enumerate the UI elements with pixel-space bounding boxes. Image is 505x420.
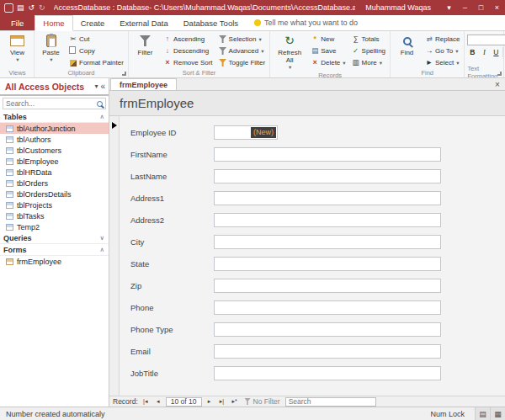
go-to-label: Go To	[435, 47, 453, 55]
view-button[interactable]: View ▾	[3, 33, 31, 64]
nav-menu-chevron-icon[interactable]: ▾	[94, 82, 98, 90]
bold-button[interactable]: B	[467, 47, 477, 57]
nav-section-queries[interactable]: Queries ∨	[0, 232, 109, 244]
remove-sort-button[interactable]: ×Remove Sort	[162, 57, 215, 68]
filter-icon	[245, 398, 251, 405]
delete-record-button[interactable]: ×Delete▾	[309, 57, 347, 68]
tab-file[interactable]: File	[0, 15, 35, 30]
filter-button[interactable]: Filter	[131, 33, 159, 57]
nav-item-tblCustomers[interactable]: tblCustomers	[0, 145, 109, 156]
font-name-combo[interactable]: ▾	[467, 35, 505, 45]
next-record-button[interactable]: ▸	[205, 397, 215, 407]
redo-icon[interactable]: ↻	[39, 4, 45, 12]
text-formatting-dialog-launcher[interactable]	[497, 72, 502, 76]
advanced-button[interactable]: Advanced▾	[217, 45, 268, 56]
filter-status[interactable]: No Filter	[245, 397, 280, 406]
nav-item-tblTasks[interactable]: tblTasks	[0, 210, 109, 221]
last-record-button[interactable]: ▸|	[217, 397, 227, 407]
firstname-input[interactable]	[214, 147, 441, 162]
spelling-button[interactable]: ✓Spelling	[350, 45, 387, 56]
nav-item-label: tblAuthorJunction	[17, 125, 76, 133]
form-field-row: Phone Type	[120, 318, 505, 340]
toggle-filter-button[interactable]: Toggle Filter	[217, 57, 268, 68]
record-search-input[interactable]	[285, 397, 376, 407]
maximize-button[interactable]: □	[473, 0, 489, 15]
nav-item-tblOrdersDetails[interactable]: tblOrdersDetails	[0, 189, 109, 199]
zip-input[interactable]	[214, 279, 441, 293]
navigation-pane-header: All Access Objects ▾ «	[0, 78, 109, 96]
table-icon	[6, 147, 13, 154]
nav-section-forms[interactable]: Forms ∧	[0, 244, 109, 256]
save-record-button[interactable]: ▤Save	[309, 45, 347, 56]
city-input[interactable]	[214, 235, 441, 249]
table-icon	[6, 158, 13, 165]
more-label: More	[362, 59, 377, 66]
nav-item-tblProjects[interactable]: tblProjects	[0, 199, 109, 210]
find-button[interactable]: Find	[393, 33, 421, 57]
lastname-input[interactable]	[214, 169, 441, 183]
nav-item-frmEmployee[interactable]: frmEmployee	[0, 256, 109, 267]
tell-me-box[interactable]: Tell me what you want to do	[254, 15, 358, 30]
chevron-down-icon: ▾	[456, 60, 459, 66]
clipboard-dialog-launcher[interactable]	[122, 72, 126, 76]
replace-button[interactable]: ⇄Replace	[423, 34, 461, 45]
minimize-button[interactable]: –	[457, 0, 473, 15]
nav-item-tblHRData[interactable]: tblHRData	[0, 167, 109, 178]
form-field-row: JobTitle	[120, 362, 505, 384]
previous-record-button[interactable]: ◂	[153, 397, 163, 407]
close-button[interactable]: ×	[489, 0, 505, 15]
nav-item-Temp2[interactable]: Temp2	[0, 221, 109, 232]
form-field-row: Address1	[120, 187, 505, 209]
document-tab-frmEmployee[interactable]: frmEmployee	[110, 78, 177, 90]
new-record-button[interactable]: *New	[309, 34, 347, 45]
nav-item-tblAuthors[interactable]: tblAuthors	[0, 134, 109, 145]
save-icon[interactable]: ▤	[17, 4, 24, 12]
address1-input[interactable]	[214, 191, 441, 205]
tab-home[interactable]: Home	[35, 15, 72, 31]
undo-icon[interactable]: ↺	[29, 4, 35, 12]
first-record-button[interactable]: |◂	[141, 397, 151, 407]
nav-item-tblAuthorJunction[interactable]: tblAuthorJunction	[0, 123, 109, 134]
jobtitle-input[interactable]	[214, 366, 441, 380]
collapse-pane-button[interactable]: «	[100, 82, 105, 91]
paste-button[interactable]: Paste ▾	[37, 33, 65, 64]
phone-input[interactable]	[214, 300, 441, 315]
nav-item-tblOrders[interactable]: tblOrders	[0, 178, 109, 189]
ascending-button[interactable]: ↑Ascending	[162, 34, 215, 45]
selection-button[interactable]: Selection▾	[217, 34, 268, 45]
format-painter-button[interactable]: Format Painter	[67, 57, 125, 68]
more-button[interactable]: ▥More▾	[350, 57, 387, 68]
filter-label: Filter	[138, 49, 153, 56]
descending-button[interactable]: ↓Descending	[162, 45, 215, 56]
form-view-button[interactable]: ▤	[475, 407, 490, 420]
selection-label: Selection	[229, 35, 257, 43]
state-input[interactable]	[214, 257, 441, 271]
record-selector-bar[interactable]	[109, 116, 120, 396]
italic-button[interactable]: I	[479, 47, 489, 57]
navigation-pane: All Access Objects ▾ « Tables ∧ tblAutho…	[0, 78, 109, 407]
design-view-button[interactable]: ▦	[490, 407, 505, 420]
refresh-all-button[interactable]: ↻ Refresh All ▾	[273, 33, 306, 72]
cut-button[interactable]: ✂Cut	[67, 34, 125, 45]
address2-input[interactable]	[214, 213, 441, 227]
employee-id-input[interactable]: (New)	[214, 125, 278, 140]
nav-item-tblEmployee[interactable]: tblEmployee	[0, 156, 109, 167]
totals-button[interactable]: ∑Totals	[350, 34, 387, 45]
ribbon-group-records: ↻ Refresh All ▾ *New ▤Save ×Delete▾ ∑Tot…	[270, 31, 391, 77]
copy-button[interactable]: Copy	[67, 45, 125, 56]
close-document-icon[interactable]: ×	[490, 78, 505, 90]
go-to-button[interactable]: →Go To▾	[423, 45, 461, 56]
select-button[interactable]: ►Select▾	[423, 57, 461, 68]
phone-type-input[interactable]	[214, 322, 441, 337]
ribbon-display-options-icon[interactable]: ▾	[441, 0, 457, 15]
record-position[interactable]: 10 of 10	[166, 397, 202, 407]
tell-me-label: Tell me what you want to do	[264, 19, 358, 27]
nav-search-input[interactable]	[6, 99, 95, 108]
underline-button[interactable]: U	[491, 47, 501, 57]
tab-create[interactable]: Create	[73, 15, 113, 30]
email-input[interactable]	[214, 344, 441, 359]
tab-database-tools[interactable]: Database Tools	[176, 15, 246, 30]
nav-section-tables[interactable]: Tables ∧	[0, 111, 109, 123]
tab-external-data[interactable]: External Data	[112, 15, 176, 30]
new-blank-record-button[interactable]: ▸*	[230, 397, 240, 407]
